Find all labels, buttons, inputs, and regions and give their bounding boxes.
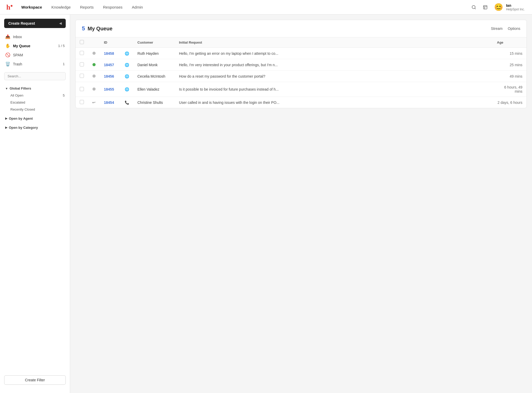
- row-checkbox[interactable]: [80, 74, 84, 78]
- sidebar-inbox-label: Inbox: [13, 35, 22, 39]
- ticket-id-link[interactable]: 18456: [104, 74, 114, 78]
- chevron-down-icon: ▼: [5, 87, 8, 90]
- globe-icon: 🌐: [125, 74, 129, 78]
- globe-icon: 🌐: [125, 51, 129, 56]
- customer-name: Christine Shults: [133, 97, 175, 108]
- global-filters-section: ▼ Global Filters All Open 5 Escalated Re…: [0, 84, 70, 114]
- filter-escalated-label: Escalated: [10, 100, 25, 104]
- age-text: 6 hours, 49 mins: [504, 85, 522, 93]
- filter-recently-closed[interactable]: Recently Closed: [2, 106, 68, 113]
- sidebar: Create Request ◀ 📥 Inbox ✋ My Queue 1 / …: [0, 15, 70, 393]
- request-text: Hello, I'm very interested in your produ…: [179, 63, 278, 67]
- ticket-id-link[interactable]: 18457: [104, 63, 114, 67]
- sidebar-item-trash[interactable]: 🗑️ Trash 1: [2, 59, 68, 69]
- queue-table: ID Customer Initial Request Age 18458🌐Ru…: [76, 37, 527, 108]
- create-request-label: Create Request: [8, 21, 35, 25]
- status-dot: [92, 52, 96, 55]
- search-button[interactable]: [469, 3, 478, 12]
- select-all-checkbox[interactable]: [80, 40, 84, 44]
- sidebar-nav: 📥 Inbox ✋ My Queue 1 / 5 🚫 SPAM 🗑️ Trash…: [0, 32, 70, 69]
- filter-escalated[interactable]: Escalated: [2, 99, 68, 106]
- row-checkbox[interactable]: [80, 51, 84, 55]
- sidebar-item-myqueue[interactable]: ✋ My Queue 1 / 5: [2, 41, 68, 50]
- sidebar-trash-label: Trash: [13, 62, 22, 66]
- age-text: 49 mins: [510, 74, 522, 78]
- avatar: 😊: [494, 3, 503, 12]
- svg-line-1: [475, 8, 475, 9]
- queue-title: My Queue: [88, 26, 112, 32]
- open-by-category-label: Open by Category: [9, 126, 38, 130]
- col-customer: Customer: [133, 37, 175, 48]
- open-by-agent-label: Open by Agent: [9, 117, 33, 120]
- sidebar-search-container: [0, 70, 70, 83]
- queue-count: 5: [82, 25, 85, 32]
- global-filters-label: Global Filters: [10, 86, 31, 90]
- status-dot: [92, 63, 96, 66]
- open-by-agent-section: ▶ Open by Agent: [0, 114, 70, 123]
- open-by-category-header[interactable]: ▶ Open by Category: [2, 124, 68, 131]
- main-content: 5 My Queue Stream Options ID: [70, 15, 532, 393]
- age-text: 25 mins: [510, 63, 522, 67]
- user-menu[interactable]: 😊 Ian HelpSpot Inc.: [492, 2, 527, 13]
- ticket-id-link[interactable]: 18458: [104, 51, 114, 56]
- inbox-icon: 📥: [5, 34, 10, 39]
- create-filter-button[interactable]: Create Filter: [4, 375, 66, 385]
- nav-knowledge[interactable]: Knowledge: [48, 3, 74, 11]
- collapse-arrow-icon: ◀: [59, 22, 62, 25]
- global-filters-header[interactable]: ▼ Global Filters: [2, 85, 68, 92]
- globe-icon: 🌐: [125, 63, 129, 67]
- col-age: Age: [493, 37, 527, 48]
- request-text: Hello, I'm getting an error on my laptop…: [179, 51, 278, 56]
- col-initial-request: Initial Request: [175, 37, 493, 48]
- filter-all-open-label: All Open: [10, 93, 23, 97]
- trash-icon: 🗑️: [5, 62, 10, 66]
- sidebar-footer: Create Filter: [0, 371, 70, 389]
- reply-icon: ↩: [92, 100, 96, 105]
- age-text: 15 mins: [510, 51, 522, 56]
- customer-name: Daniel Monk: [133, 59, 175, 71]
- logo[interactable]: h: [5, 3, 14, 11]
- row-checkbox[interactable]: [80, 100, 84, 104]
- nav-admin[interactable]: Admin: [128, 3, 147, 11]
- open-by-category-section: ▶ Open by Category: [0, 123, 70, 132]
- col-status: [88, 37, 100, 48]
- chevron-right-icon-2: ▶: [5, 126, 7, 129]
- notes-button[interactable]: [481, 3, 490, 12]
- search-input[interactable]: [4, 72, 66, 80]
- svg-rect-2: [483, 5, 487, 9]
- nav-responses[interactable]: Responses: [99, 3, 126, 11]
- queue-header: 5 My Queue Stream Options: [76, 20, 527, 37]
- status-dot: [92, 87, 96, 91]
- row-checkbox[interactable]: [80, 87, 84, 91]
- user-name: Ian: [506, 3, 525, 8]
- row-checkbox[interactable]: [80, 62, 84, 66]
- stream-button[interactable]: Stream: [491, 26, 503, 31]
- filter-recently-closed-label: Recently Closed: [10, 107, 35, 111]
- myqueue-badge: 1 / 5: [58, 44, 65, 48]
- sidebar-spam-label: SPAM: [13, 53, 23, 57]
- filter-all-open-badge: 5: [63, 93, 65, 97]
- topnav: h Workspace Knowledge Reports Responses …: [0, 0, 532, 15]
- ticket-id-link[interactable]: 18454: [104, 100, 114, 105]
- ticket-id-link[interactable]: 18455: [104, 87, 114, 91]
- queue-panel: 5 My Queue Stream Options ID: [75, 20, 527, 108]
- nav-workspace[interactable]: Workspace: [18, 3, 46, 11]
- age-text: 2 days, 6 hours: [497, 100, 522, 105]
- sidebar-item-spam[interactable]: 🚫 SPAM: [2, 50, 68, 59]
- myqueue-icon: ✋: [5, 43, 10, 48]
- col-checkbox: [76, 37, 88, 48]
- filter-all-open[interactable]: All Open 5: [2, 92, 68, 99]
- trash-badge: 1: [63, 62, 65, 66]
- table-row: ↩18454📞Christine ShultsUser called in an…: [76, 97, 527, 108]
- open-by-agent-header[interactable]: ▶ Open by Agent: [2, 115, 68, 122]
- sidebar-myqueue-label: My Queue: [13, 44, 30, 48]
- phone-icon: 📞: [125, 100, 129, 105]
- create-request-button[interactable]: Create Request ◀: [4, 19, 66, 28]
- chevron-right-icon: ▶: [5, 117, 7, 120]
- sidebar-item-inbox[interactable]: 📥 Inbox: [2, 32, 68, 41]
- options-button[interactable]: Options: [508, 26, 520, 31]
- spam-icon: 🚫: [5, 52, 10, 57]
- table-row: 18458🌐Ruth HaydenHello, I'm getting an e…: [76, 48, 527, 59]
- request-text: Is it possible to be invoiced for future…: [179, 87, 279, 91]
- nav-reports[interactable]: Reports: [76, 3, 97, 11]
